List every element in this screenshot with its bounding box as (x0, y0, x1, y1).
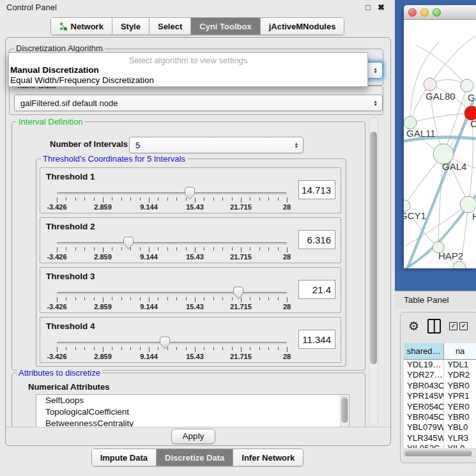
table-row[interactable]: YLR345WYLR3 (404, 433, 476, 443)
network-window-titlebar (404, 5, 476, 20)
slider-tick-label: 2.859 (94, 203, 112, 211)
slider-tick (268, 297, 269, 300)
table-row[interactable]: YPR145WYPR1 (404, 391, 476, 401)
network-node[interactable] (453, 261, 466, 268)
tab-cyni-toolbox[interactable]: Cyni Toolbox (191, 18, 260, 35)
numerical-attributes-list[interactable]: SelfLoopsTopologicalCoefficientBetweenne… (36, 394, 349, 427)
table-column-header[interactable]: na (444, 343, 476, 359)
table-h-scrollbar[interactable] (403, 449, 476, 457)
slider-handle[interactable] (184, 187, 196, 200)
split-columns-icon[interactable] (427, 319, 441, 334)
slider-tick (186, 297, 187, 300)
table-cell: YPR1 (444, 391, 476, 401)
slider-tick (66, 347, 66, 350)
table-row[interactable]: YER054CYER0 (404, 402, 476, 412)
slider-tick (103, 197, 104, 203)
algorithm-dropdown-popup: Select algorithm to view settings Manual… (8, 52, 368, 87)
slider-handle[interactable] (233, 286, 244, 300)
table-row[interactable]: YBR045CYBR0 (404, 412, 476, 422)
slider-track[interactable] (57, 292, 287, 295)
number-of-intervals-combobox[interactable]: 5 ▲▼ (129, 137, 303, 153)
slider-tick (250, 347, 250, 350)
slider-tick (287, 247, 288, 252)
slider-tick (204, 247, 204, 250)
slider-handle[interactable] (123, 236, 134, 250)
attribute-list-item[interactable]: SelfLoops (36, 395, 349, 406)
apply-divider (6, 427, 390, 427)
close-icon[interactable]: ✖ (378, 3, 385, 12)
tab-style[interactable]: Style (112, 18, 150, 35)
number-of-intervals-value: 5 (135, 141, 140, 150)
network-window[interactable]: GAL80GAGAL11CGAL4GCY1HHAP2 (404, 5, 476, 268)
slider-track[interactable] (57, 242, 287, 245)
table-data-combobox[interactable]: galFiltered.sif default node ▲▼ (14, 95, 383, 111)
slider-tick-label: 28 (283, 303, 291, 311)
threshold-value-field[interactable]: 11.344 (298, 330, 335, 349)
table-h-scrollbar-thumb[interactable] (404, 450, 472, 456)
table-row[interactable]: YBR043CYBR0 (404, 381, 476, 391)
slider-tick-label: 28 (283, 353, 291, 360)
algorithm-option-manual-discretization[interactable]: Manual Discretization (9, 65, 367, 75)
slider-tick (149, 197, 150, 203)
threshold-value-field[interactable]: 21.4 (298, 280, 335, 299)
network-node[interactable] (424, 78, 436, 91)
checkbox-icon[interactable]: ✓ (459, 322, 468, 330)
gear-icon[interactable]: ⚙ (408, 319, 419, 334)
slider-tick (140, 247, 141, 250)
tab-network[interactable]: Network (51, 18, 112, 35)
tab-label: Impute Data (100, 453, 148, 463)
slider-tick-label: 28 (283, 253, 291, 261)
slider-tick (241, 197, 242, 203)
interval-group-title: Interval Definition (17, 118, 84, 127)
slider-tick (84, 197, 85, 201)
slider-tick (75, 297, 76, 300)
float-icon[interactable]: □ (365, 3, 371, 12)
algorithm-popup-hint: Select algorithm to view settings (9, 53, 367, 65)
table-column-header[interactable]: shared… (404, 343, 444, 359)
slider-track[interactable] (57, 192, 287, 195)
attribute-list-item[interactable]: TopologicalCoefficient (36, 406, 349, 418)
network-node-label: GAL4 (442, 161, 466, 172)
algorithm-option-equal-width-frequency-discretization[interactable]: Equal Width/Frequency Discretization (9, 75, 367, 86)
zoom-traffic-light-icon[interactable] (433, 8, 441, 17)
slider-track[interactable] (57, 342, 287, 344)
minimize-traffic-light-icon[interactable] (420, 8, 429, 17)
slider-tick (167, 297, 168, 300)
network-node[interactable] (461, 79, 473, 92)
network-canvas[interactable]: GAL80GAGAL11CGAL4GCY1HHAP2 (404, 20, 476, 268)
threshold-value-field[interactable]: 14.713 (298, 180, 335, 199)
network-node-label: GAL80 (426, 91, 456, 102)
tab-impute-data[interactable]: Impute Data (92, 449, 157, 466)
network-node[interactable] (404, 116, 417, 129)
tab-discretize-data[interactable]: Discretize Data (157, 449, 233, 466)
slider-tick (278, 197, 279, 201)
attribute-list-item[interactable]: BetweennessCentrality (36, 418, 349, 427)
list-scrollbar-thumb[interactable] (341, 397, 348, 423)
table-cell: YLR345W (404, 433, 444, 443)
checkbox-icon[interactable]: ✓ (449, 322, 457, 330)
table-row[interactable]: YDR27…YDR2 (404, 370, 476, 380)
tab-infer-network[interactable]: Infer Network (233, 449, 303, 466)
slider-tick (186, 247, 187, 250)
list-scrollbar[interactable] (340, 395, 348, 427)
close-traffic-light-icon[interactable] (408, 8, 417, 17)
network-node-label: H (472, 211, 476, 222)
table-cell: YPR145W (404, 391, 444, 401)
table-row[interactable]: YBL079WYBL0 (404, 422, 476, 433)
table-row[interactable]: YIL052CYIL0 (404, 443, 476, 448)
threshold-value-field[interactable]: 6.316 (298, 230, 335, 249)
slider-tick (57, 247, 58, 252)
slider-handle[interactable] (159, 336, 171, 349)
slider-tick (287, 297, 288, 302)
apply-button[interactable]: Apply (171, 429, 215, 444)
slider-tick (66, 247, 66, 250)
tab-jactivemnodules[interactable]: jActiveMNodules (261, 18, 344, 35)
network-edge (410, 113, 472, 123)
settings-scrollbar[interactable] (369, 117, 378, 426)
slider-tick (278, 247, 279, 250)
table-row[interactable]: YDL19…YDL1 (404, 360, 476, 370)
settings-scrollbar-thumb[interactable] (370, 132, 377, 364)
tab-select[interactable]: Select (150, 18, 191, 35)
tab-label: jActiveMNodules (269, 22, 336, 31)
slider-tick (149, 247, 150, 252)
